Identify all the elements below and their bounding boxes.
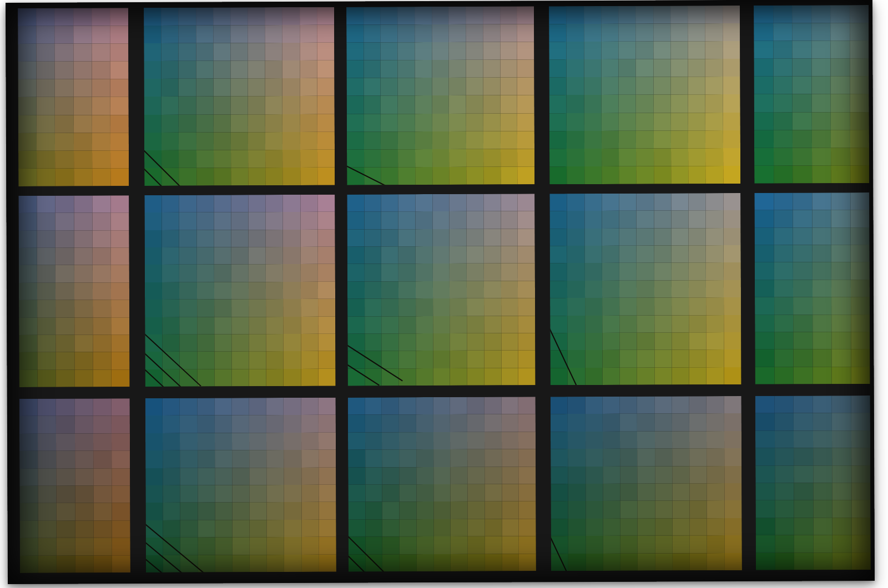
swatch-cell [637, 350, 654, 367]
swatch-cell [55, 79, 73, 97]
swatch-cell [690, 553, 707, 571]
swatch-cell [144, 43, 161, 61]
swatch-cell [672, 501, 689, 519]
swatch-cell [282, 7, 299, 25]
swatch-cell [672, 350, 689, 367]
swatch-cell [636, 77, 653, 95]
swatch-cell [163, 503, 180, 520]
swatch-cell [248, 132, 265, 150]
swatch-cell [92, 150, 110, 168]
swatch-cell [233, 538, 250, 555]
swatch-cell [248, 79, 265, 97]
swatch-cell [248, 114, 265, 132]
swatch-cell [144, 79, 162, 97]
swatch-cell [433, 368, 450, 386]
swatch-cell [466, 131, 483, 149]
swatch-cell [773, 94, 793, 112]
swatch-cell [690, 535, 707, 553]
swatch-cell [601, 59, 618, 77]
swatch-cell [145, 317, 162, 334]
swatch-cell [484, 281, 501, 298]
swatch-cell [502, 432, 519, 449]
swatch-cell [654, 130, 671, 148]
swatch-cell [811, 40, 831, 58]
swatch-cell [585, 298, 602, 315]
swatch-cell [75, 555, 93, 573]
swatch-cell [232, 520, 249, 538]
swatch-cell [93, 450, 112, 468]
swatch-cell [653, 42, 670, 59]
swatch-cell [433, 449, 451, 467]
swatch-cell [348, 415, 365, 433]
swatch-cell [619, 166, 636, 184]
swatch-cell [179, 61, 196, 79]
swatch-cell [180, 317, 197, 334]
swatch-cell [57, 468, 75, 486]
swatch-cell [179, 247, 196, 265]
swatch-cell [586, 432, 603, 449]
swatch-cell [433, 554, 451, 572]
swatch-cell [347, 351, 365, 368]
swatch-cell [550, 246, 567, 263]
swatch-cell [705, 113, 723, 130]
swatch-cell [416, 519, 433, 537]
swatch-cell [518, 432, 536, 449]
swatch-cell [602, 130, 619, 148]
swatch-cell [755, 297, 774, 315]
swatch-cell [754, 166, 774, 184]
swatch-cell [773, 77, 793, 94]
swatch-cell [284, 415, 301, 433]
swatch-cell [433, 281, 450, 298]
swatch-cell [145, 230, 162, 247]
swatch-cell [549, 211, 567, 228]
swatch-cell [37, 196, 55, 213]
swatch-cell [111, 352, 129, 369]
swatch-cell [162, 265, 179, 282]
swatch-cell [774, 297, 794, 315]
swatch-cell [518, 316, 535, 333]
swatch-cell [620, 414, 637, 432]
swatch-cell [466, 194, 483, 211]
swatch-cell [162, 230, 179, 247]
swatch-cell [197, 334, 214, 351]
swatch-cell [111, 300, 129, 317]
swatch-cell [793, 315, 813, 332]
swatch-cell [690, 483, 707, 501]
swatch-cell [92, 168, 110, 186]
swatch-cell [813, 367, 832, 384]
swatch-cell [415, 78, 432, 95]
swatch-cell [466, 95, 483, 113]
swatch-cell [689, 448, 707, 466]
swatch-cell [163, 485, 180, 503]
swatch-cell [603, 484, 620, 501]
swatch-cell [585, 397, 602, 414]
swatch-cell [231, 150, 248, 168]
swatch-cell [432, 7, 449, 24]
swatch-cell [180, 369, 197, 386]
swatch-cell [519, 554, 536, 571]
swatch-cell [266, 230, 283, 247]
swatch-cell [318, 368, 335, 386]
swatch-cell [483, 194, 501, 211]
swatch-cell [602, 166, 619, 184]
swatch-cell [112, 416, 130, 434]
swatch-cell [364, 60, 381, 78]
swatch-cell [485, 536, 502, 554]
swatch-cell [723, 166, 740, 184]
swatch-cell [398, 212, 416, 229]
gradient-swatch-r2c1 [18, 195, 129, 387]
swatch-cell [673, 535, 690, 553]
swatch-cell [551, 501, 568, 519]
swatch-cell [637, 228, 654, 245]
swatch-cell [346, 60, 364, 78]
swatch-cell [398, 316, 416, 333]
swatch-cell [551, 397, 568, 414]
swatch-cell [432, 24, 449, 42]
swatch-cell [724, 297, 741, 315]
swatch-cell [549, 95, 567, 113]
swatch-cell [319, 398, 336, 415]
swatch-cell [483, 24, 500, 42]
swatch-cell [266, 265, 283, 282]
swatch-cell [851, 413, 870, 430]
swatch-cell [672, 332, 689, 349]
